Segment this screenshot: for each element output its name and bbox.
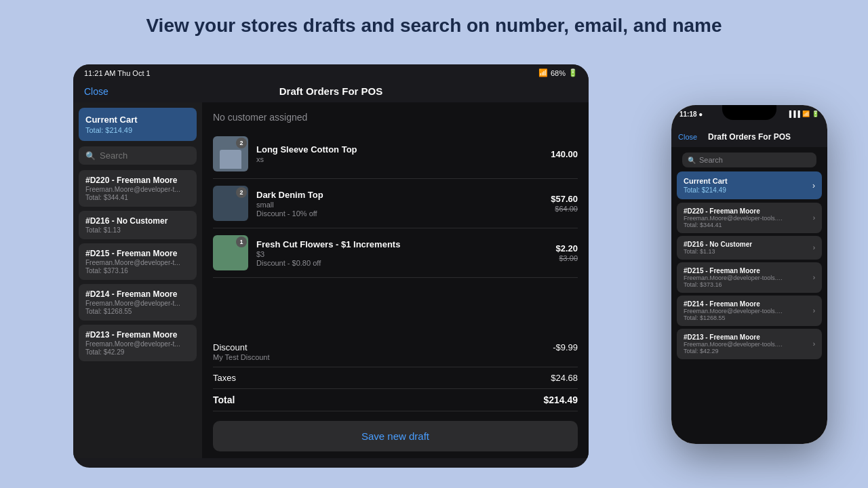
taxes-value: $24.68 xyxy=(551,373,578,383)
tablet-time: 11:21 AM Thu Oct 1 xyxy=(84,69,151,77)
taxes-row: Taxes $24.68 xyxy=(213,367,578,389)
battery-icon: 🔋 xyxy=(568,68,578,77)
draft-name-d215: #D215 - Freeman Moore xyxy=(85,249,190,258)
page-heading: View your stores drafts and search on nu… xyxy=(0,0,868,47)
item-thumb-2: 1 xyxy=(213,235,248,270)
draft-total-d213: Total: $42.29 xyxy=(85,348,190,356)
draft-email-d215: Freeman.Moore@developer-t... xyxy=(85,259,190,266)
phone-search-icon: 🔍 xyxy=(688,157,696,164)
order-items-list: 2 Long Sleeve Cotton Top xs 140.00 2 xyxy=(202,129,589,334)
phone-signal-icon: ▐▐▐ xyxy=(787,110,800,117)
item-name-2: Fresh Cut Flowers - $1 Increments xyxy=(256,239,547,249)
phone-draft-name-d216: #D216 - No Customer xyxy=(684,241,752,248)
phone-header: Close Draft Orders For POS xyxy=(671,129,827,147)
chevron-icon-d215: › xyxy=(813,274,815,281)
current-cart-name: Current Cart xyxy=(85,115,190,125)
item-discount-1: Discount - 10% off xyxy=(256,209,542,218)
taxes-label: Taxes xyxy=(213,373,236,383)
discount-row: Discount My Test Discount -$9.99 xyxy=(213,337,578,367)
phone-wifi-icon: 📶 xyxy=(802,110,810,117)
draft-name-d216: #D216 - No Customer xyxy=(85,216,190,226)
item-thumb-1: 2 xyxy=(213,186,248,221)
wifi-icon: 📶 xyxy=(538,68,548,77)
tablet-title: Draft Orders For POS xyxy=(279,85,383,97)
phone-draft-name-d213: #D213 - Freeman Moore xyxy=(684,333,785,341)
item-price-1: $57.60 $64.00 xyxy=(551,194,578,213)
sidebar-item-d216[interactable]: #D216 - No Customer Total: $1.13 xyxy=(79,211,197,239)
phone-time: 11:18 ● xyxy=(679,110,703,118)
phone-cart-chevron-icon: › xyxy=(812,181,815,190)
item-price-main-1: $57.60 xyxy=(551,194,578,204)
phone-draft-email-d215: Freeman.Moore@developer-tools.shopifya..… xyxy=(684,274,785,281)
tablet-status-bar: 11:21 AM Thu Oct 1 📶 68% 🔋 xyxy=(73,64,589,81)
draft-email-d213: Freeman.Moore@developer-t... xyxy=(85,340,190,348)
phone-draft-email-d213: Freeman.Moore@developer-tools.shopifya..… xyxy=(684,341,785,348)
current-cart-total: Total: $214.49 xyxy=(85,126,190,134)
discount-label-col: Discount My Test Discount xyxy=(213,342,270,361)
total-label: Total xyxy=(213,394,235,405)
draft-email-d220: Freeman.Moore@developer-t... xyxy=(85,186,190,193)
phone-content: Current Cart Total: $214.49 › #D220 - Fr… xyxy=(671,171,827,444)
item-info-1: Dark Denim Top small Discount - 10% off xyxy=(256,190,542,218)
order-item-2[interactable]: 1 Fresh Cut Flowers - $1 Increments $3 D… xyxy=(213,228,578,278)
sidebar-item-d220[interactable]: #D220 - Freeman Moore Freeman.Moore@deve… xyxy=(79,170,197,207)
chevron-icon-d216: › xyxy=(813,244,815,251)
chevron-icon-d213: › xyxy=(813,340,815,348)
save-draft-label: Save new draft xyxy=(361,430,429,442)
item-variant-0: xs xyxy=(256,155,542,163)
draft-name-d220: #D220 - Freeman Moore xyxy=(85,176,190,185)
draft-total-d214: Total: $1268.55 xyxy=(85,308,190,315)
tablet-device: 11:21 AM Thu Oct 1 📶 68% 🔋 Close Draft O… xyxy=(73,64,589,468)
sidebar-item-d214[interactable]: #D214 - Freeman Moore Freeman.Moore@deve… xyxy=(79,284,197,321)
tablet-close-button[interactable]: Close xyxy=(84,86,108,97)
discount-value: -$9.99 xyxy=(553,342,578,352)
tablet-sidebar: Current Cart Total: $214.49 🔍 #D220 - Fr… xyxy=(73,102,202,458)
order-item-1[interactable]: 2 Dark Denim Top small Discount - 10% of… xyxy=(213,179,578,228)
order-item-0[interactable]: 2 Long Sleeve Cotton Top xs 140.00 xyxy=(213,129,578,179)
battery-label: 68% xyxy=(551,69,566,77)
phone-cart-name: Current Cart xyxy=(684,177,728,185)
phone-draft-info-d214: #D214 - Freeman Moore Freeman.Moore@deve… xyxy=(684,300,785,321)
summary-rows: Discount My Test Discount -$9.99 Taxes $… xyxy=(202,334,589,414)
phone-draft-d216[interactable]: #D216 - No Customer Total: $1.13 › xyxy=(677,236,822,260)
item-price-main-0: 140.00 xyxy=(551,149,578,159)
draft-total-d215: Total: $373.16 xyxy=(85,267,190,274)
phone-draft-d220[interactable]: #D220 - Freeman Moore Freeman.Moore@deve… xyxy=(677,203,822,233)
draft-name-d213: #D213 - Freeman Moore xyxy=(85,330,190,340)
search-icon: 🔍 xyxy=(85,151,96,161)
item-variant-2: $3 xyxy=(256,250,547,258)
phone-status-icons: ▐▐▐ 📶 🔋 xyxy=(787,110,819,117)
item-name-0: Long Sleeve Cotton Top xyxy=(256,144,542,155)
phone-draft-d213[interactable]: #D213 - Freeman Moore Freeman.Moore@deve… xyxy=(677,329,822,359)
item-price-orig-1: $64.00 xyxy=(551,205,578,213)
phone-draft-email-d220: Freeman.Moore@developer-tools.shopifya..… xyxy=(684,215,785,222)
item-price-orig-2: $3.00 xyxy=(555,254,578,262)
tablet-search-bar[interactable]: 🔍 xyxy=(79,146,197,165)
sidebar-item-d215[interactable]: #D215 - Freeman Moore Freeman.Moore@deve… xyxy=(79,243,197,280)
draft-name-d214: #D214 - Freeman Moore xyxy=(85,289,190,299)
phone-draft-d215[interactable]: #D215 - Freeman Moore Freeman.Moore@deve… xyxy=(677,262,822,293)
no-customer-label: No customer assigned xyxy=(202,102,589,129)
discount-sublabel: My Test Discount xyxy=(213,353,270,361)
item-price-2: $2.20 $3.00 xyxy=(555,243,578,262)
item-qty-2: 1 xyxy=(236,237,247,247)
item-info-2: Fresh Cut Flowers - $1 Increments $3 Dis… xyxy=(256,239,547,267)
phone-draft-d214[interactable]: #D214 - Freeman Moore Freeman.Moore@deve… xyxy=(677,296,822,326)
phone-draft-info-d220: #D220 - Freeman Moore Freeman.Moore@deve… xyxy=(684,207,785,228)
phone-title: Draft Orders For POS xyxy=(708,132,791,142)
save-draft-button[interactable]: Save new draft xyxy=(213,421,578,451)
phone-search-bar[interactable]: 🔍 Search xyxy=(682,152,816,167)
phone-current-cart[interactable]: Current Cart Total: $214.49 › xyxy=(677,171,822,199)
sidebar-current-cart[interactable]: Current Cart Total: $214.49 xyxy=(79,108,197,141)
phone-notch xyxy=(722,105,776,120)
draft-total-d220: Total: $344.41 xyxy=(85,194,190,201)
tablet-status-icons: 📶 68% 🔋 xyxy=(538,68,578,77)
phone-search-placeholder: Search xyxy=(699,156,723,164)
item-name-1: Dark Denim Top xyxy=(256,190,542,200)
search-input[interactable] xyxy=(100,150,190,161)
sidebar-item-d213[interactable]: #D213 - Freeman Moore Freeman.Moore@deve… xyxy=(79,325,197,361)
phone-close-button[interactable]: Close xyxy=(678,133,697,141)
phone-draft-total-d216: Total: $1.13 xyxy=(684,248,752,255)
phone-draft-name-d220: #D220 - Freeman Moore xyxy=(684,207,785,215)
item-info-0: Long Sleeve Cotton Top xs xyxy=(256,144,542,163)
